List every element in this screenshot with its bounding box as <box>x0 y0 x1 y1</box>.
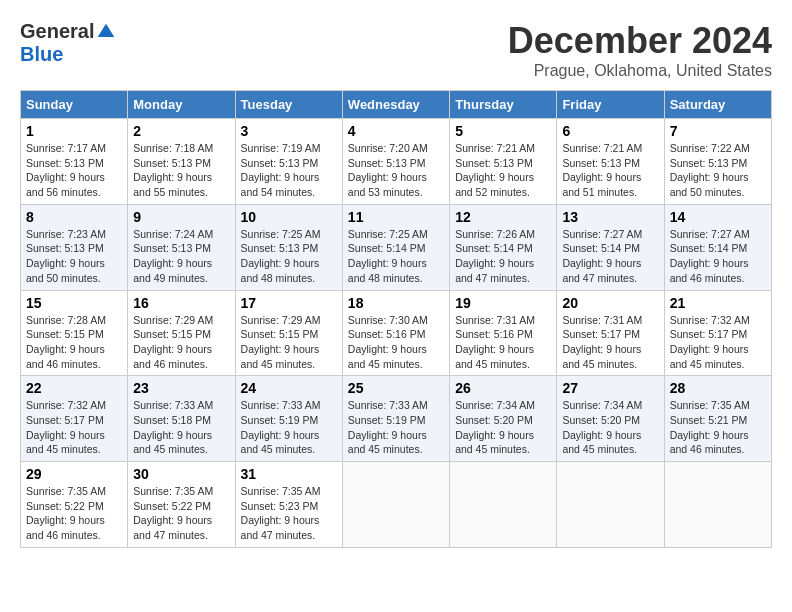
day-number: 20 <box>562 295 658 311</box>
day-number: 18 <box>348 295 444 311</box>
day-info: Sunrise: 7:18 AMSunset: 5:13 PMDaylight:… <box>133 141 229 200</box>
calendar-cell: 14Sunrise: 7:27 AMSunset: 5:14 PMDayligh… <box>664 204 771 290</box>
calendar-header-saturday: Saturday <box>664 91 771 119</box>
day-info: Sunrise: 7:30 AMSunset: 5:16 PMDaylight:… <box>348 313 444 372</box>
calendar-cell: 8Sunrise: 7:23 AMSunset: 5:13 PMDaylight… <box>21 204 128 290</box>
calendar-cell: 12Sunrise: 7:26 AMSunset: 5:14 PMDayligh… <box>450 204 557 290</box>
day-number: 14 <box>670 209 766 225</box>
calendar-cell: 31Sunrise: 7:35 AMSunset: 5:23 PMDayligh… <box>235 462 342 548</box>
calendar-header-thursday: Thursday <box>450 91 557 119</box>
day-info: Sunrise: 7:23 AMSunset: 5:13 PMDaylight:… <box>26 227 122 286</box>
day-info: Sunrise: 7:29 AMSunset: 5:15 PMDaylight:… <box>241 313 337 372</box>
day-info: Sunrise: 7:21 AMSunset: 5:13 PMDaylight:… <box>455 141 551 200</box>
day-number: 7 <box>670 123 766 139</box>
calendar-cell: 23Sunrise: 7:33 AMSunset: 5:18 PMDayligh… <box>128 376 235 462</box>
day-info: Sunrise: 7:32 AMSunset: 5:17 PMDaylight:… <box>26 398 122 457</box>
calendar-cell: 17Sunrise: 7:29 AMSunset: 5:15 PMDayligh… <box>235 290 342 376</box>
day-info: Sunrise: 7:28 AMSunset: 5:15 PMDaylight:… <box>26 313 122 372</box>
calendar-week-row: 15Sunrise: 7:28 AMSunset: 5:15 PMDayligh… <box>21 290 772 376</box>
calendar-cell: 16Sunrise: 7:29 AMSunset: 5:15 PMDayligh… <box>128 290 235 376</box>
day-info: Sunrise: 7:20 AMSunset: 5:13 PMDaylight:… <box>348 141 444 200</box>
day-number: 2 <box>133 123 229 139</box>
day-number: 29 <box>26 466 122 482</box>
day-info: Sunrise: 7:26 AMSunset: 5:14 PMDaylight:… <box>455 227 551 286</box>
day-number: 3 <box>241 123 337 139</box>
calendar-header-sunday: Sunday <box>21 91 128 119</box>
day-number: 5 <box>455 123 551 139</box>
calendar-header-wednesday: Wednesday <box>342 91 449 119</box>
calendar-cell: 7Sunrise: 7:22 AMSunset: 5:13 PMDaylight… <box>664 119 771 205</box>
day-info: Sunrise: 7:33 AMSunset: 5:19 PMDaylight:… <box>241 398 337 457</box>
calendar-cell: 6Sunrise: 7:21 AMSunset: 5:13 PMDaylight… <box>557 119 664 205</box>
calendar-cell: 22Sunrise: 7:32 AMSunset: 5:17 PMDayligh… <box>21 376 128 462</box>
day-number: 17 <box>241 295 337 311</box>
day-number: 13 <box>562 209 658 225</box>
day-number: 1 <box>26 123 122 139</box>
calendar-cell <box>342 462 449 548</box>
day-info: Sunrise: 7:19 AMSunset: 5:13 PMDaylight:… <box>241 141 337 200</box>
day-info: Sunrise: 7:34 AMSunset: 5:20 PMDaylight:… <box>455 398 551 457</box>
day-number: 6 <box>562 123 658 139</box>
day-info: Sunrise: 7:35 AMSunset: 5:22 PMDaylight:… <box>26 484 122 543</box>
day-info: Sunrise: 7:35 AMSunset: 5:22 PMDaylight:… <box>133 484 229 543</box>
day-number: 4 <box>348 123 444 139</box>
logo-general-text: General <box>20 20 94 43</box>
day-number: 26 <box>455 380 551 396</box>
main-title: December 2024 <box>508 20 772 62</box>
calendar-cell: 2Sunrise: 7:18 AMSunset: 5:13 PMDaylight… <box>128 119 235 205</box>
calendar-week-row: 29Sunrise: 7:35 AMSunset: 5:22 PMDayligh… <box>21 462 772 548</box>
day-info: Sunrise: 7:34 AMSunset: 5:20 PMDaylight:… <box>562 398 658 457</box>
calendar-header-friday: Friday <box>557 91 664 119</box>
day-number: 23 <box>133 380 229 396</box>
logo-blue-text: Blue <box>20 43 63 66</box>
calendar-cell: 4Sunrise: 7:20 AMSunset: 5:13 PMDaylight… <box>342 119 449 205</box>
calendar-cell: 30Sunrise: 7:35 AMSunset: 5:22 PMDayligh… <box>128 462 235 548</box>
day-number: 28 <box>670 380 766 396</box>
day-info: Sunrise: 7:24 AMSunset: 5:13 PMDaylight:… <box>133 227 229 286</box>
day-info: Sunrise: 7:31 AMSunset: 5:16 PMDaylight:… <box>455 313 551 372</box>
logo: General Blue <box>20 20 116 66</box>
day-info: Sunrise: 7:25 AMSunset: 5:14 PMDaylight:… <box>348 227 444 286</box>
subtitle: Prague, Oklahoma, United States <box>508 62 772 80</box>
day-number: 21 <box>670 295 766 311</box>
day-number: 8 <box>26 209 122 225</box>
page-header: General Blue December 2024 Prague, Oklah… <box>20 20 772 80</box>
calendar-cell: 29Sunrise: 7:35 AMSunset: 5:22 PMDayligh… <box>21 462 128 548</box>
calendar-cell: 18Sunrise: 7:30 AMSunset: 5:16 PMDayligh… <box>342 290 449 376</box>
day-number: 15 <box>26 295 122 311</box>
day-number: 11 <box>348 209 444 225</box>
calendar-cell <box>557 462 664 548</box>
calendar-cell: 20Sunrise: 7:31 AMSunset: 5:17 PMDayligh… <box>557 290 664 376</box>
logo-icon <box>96 22 116 42</box>
calendar-week-row: 8Sunrise: 7:23 AMSunset: 5:13 PMDaylight… <box>21 204 772 290</box>
day-number: 27 <box>562 380 658 396</box>
calendar-header-monday: Monday <box>128 91 235 119</box>
day-info: Sunrise: 7:17 AMSunset: 5:13 PMDaylight:… <box>26 141 122 200</box>
calendar-week-row: 22Sunrise: 7:32 AMSunset: 5:17 PMDayligh… <box>21 376 772 462</box>
calendar-cell: 11Sunrise: 7:25 AMSunset: 5:14 PMDayligh… <box>342 204 449 290</box>
title-section: December 2024 Prague, Oklahoma, United S… <box>508 20 772 80</box>
calendar-cell: 28Sunrise: 7:35 AMSunset: 5:21 PMDayligh… <box>664 376 771 462</box>
calendar-cell: 3Sunrise: 7:19 AMSunset: 5:13 PMDaylight… <box>235 119 342 205</box>
calendar-header-tuesday: Tuesday <box>235 91 342 119</box>
calendar-cell: 10Sunrise: 7:25 AMSunset: 5:13 PMDayligh… <box>235 204 342 290</box>
calendar-cell: 27Sunrise: 7:34 AMSunset: 5:20 PMDayligh… <box>557 376 664 462</box>
day-number: 9 <box>133 209 229 225</box>
calendar-cell: 26Sunrise: 7:34 AMSunset: 5:20 PMDayligh… <box>450 376 557 462</box>
calendar-cell: 25Sunrise: 7:33 AMSunset: 5:19 PMDayligh… <box>342 376 449 462</box>
day-info: Sunrise: 7:25 AMSunset: 5:13 PMDaylight:… <box>241 227 337 286</box>
day-info: Sunrise: 7:33 AMSunset: 5:18 PMDaylight:… <box>133 398 229 457</box>
day-info: Sunrise: 7:35 AMSunset: 5:21 PMDaylight:… <box>670 398 766 457</box>
calendar-week-row: 1Sunrise: 7:17 AMSunset: 5:13 PMDaylight… <box>21 119 772 205</box>
calendar-cell: 9Sunrise: 7:24 AMSunset: 5:13 PMDaylight… <box>128 204 235 290</box>
calendar-cell <box>450 462 557 548</box>
day-number: 10 <box>241 209 337 225</box>
day-number: 22 <box>26 380 122 396</box>
calendar-cell: 5Sunrise: 7:21 AMSunset: 5:13 PMDaylight… <box>450 119 557 205</box>
calendar-cell: 24Sunrise: 7:33 AMSunset: 5:19 PMDayligh… <box>235 376 342 462</box>
calendar-cell: 13Sunrise: 7:27 AMSunset: 5:14 PMDayligh… <box>557 204 664 290</box>
calendar-cell: 1Sunrise: 7:17 AMSunset: 5:13 PMDaylight… <box>21 119 128 205</box>
day-info: Sunrise: 7:22 AMSunset: 5:13 PMDaylight:… <box>670 141 766 200</box>
day-info: Sunrise: 7:29 AMSunset: 5:15 PMDaylight:… <box>133 313 229 372</box>
svg-marker-0 <box>98 23 115 36</box>
